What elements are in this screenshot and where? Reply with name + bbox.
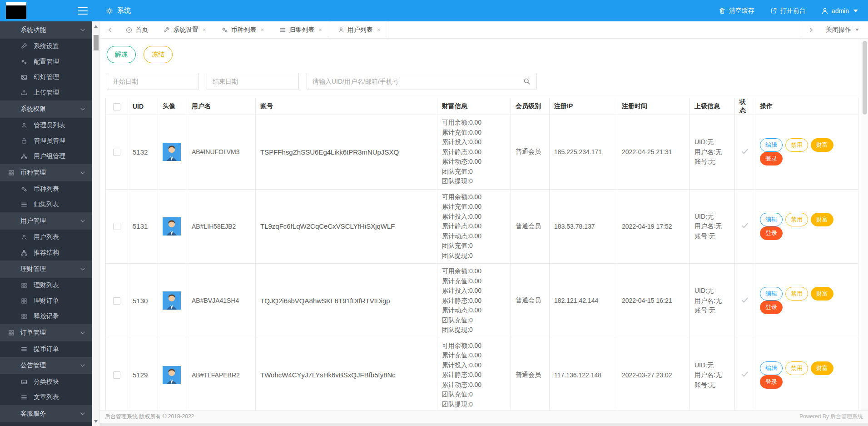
tab[interactable]: 首页 — [118, 21, 156, 38]
sidebar-group[interactable]: 公告管理 — [0, 357, 92, 374]
search-input[interactable] — [307, 73, 537, 90]
sidebar-item[interactable]: 理财列表 — [0, 278, 92, 293]
wealth-button[interactable]: 财富 — [811, 138, 833, 152]
upload-icon — [21, 90, 27, 96]
sidebar-item[interactable]: 币种列表 — [0, 181, 92, 197]
tab[interactable]: 用户列表 × — [330, 21, 389, 38]
row-checkbox[interactable] — [113, 297, 120, 305]
avatar-cell — [158, 338, 187, 410]
toolbar: 解冻 冻结 — [105, 45, 857, 63]
login-button[interactable]: 登录 — [760, 226, 783, 240]
sidebar-item[interactable]: 理财订单 — [0, 293, 92, 309]
chevron-down-icon — [79, 27, 86, 33]
sidebar-item[interactable]: 文章列表 — [0, 390, 92, 405]
sidebar-item[interactable]: 管理员管理 — [0, 133, 92, 149]
close-operations-dropdown[interactable]: 关闭操作 — [819, 21, 868, 38]
column-header: UID — [128, 98, 158, 115]
tab-close-icon[interactable]: × — [261, 27, 264, 33]
start-date-input[interactable] — [107, 73, 199, 90]
sidebar-item[interactable]: 系统设置 — [0, 39, 92, 54]
sidebar-item[interactable]: 释放记录 — [0, 309, 92, 324]
tab-close-icon[interactable]: × — [377, 27, 381, 33]
disable-button[interactable]: 禁用 — [785, 361, 808, 375]
sidebar-item[interactable]: 用户组管理 — [0, 149, 92, 164]
sidebar-group[interactable]: 理财管理 — [0, 261, 92, 278]
tabs-scroll-right-button[interactable] — [801, 21, 819, 38]
tab[interactable]: 系统设置 × — [156, 21, 214, 38]
disable-button[interactable]: 禁用 — [785, 138, 808, 152]
admin-dropdown[interactable]: admin — [821, 7, 858, 15]
content-scrollbar-thumb[interactable] — [863, 41, 867, 115]
scroll-up-arrow-icon[interactable] — [92, 22, 99, 30]
sidebar-item-label: 用户列表 — [34, 233, 59, 241]
edit-button[interactable]: 编辑 — [760, 138, 783, 152]
sidebar-scrollbar-thumb[interactable] — [94, 35, 99, 50]
freeze-button[interactable]: 冻结 — [144, 46, 173, 63]
tabs-scroll-left-button[interactable] — [100, 21, 118, 38]
end-date-input[interactable] — [207, 73, 299, 90]
sidebar-group[interactable]: 系统权限 — [0, 100, 92, 118]
cogs-icon — [222, 27, 228, 33]
login-button[interactable]: 登录 — [760, 301, 783, 314]
sidebar-group-label: 理财管理 — [20, 265, 46, 273]
wealth-cell: 可用余额:0.00 累计充值:0.00 累计投入:0.00 累计静态:0.00 … — [437, 189, 511, 264]
folder-icon — [8, 411, 15, 417]
sidebar-item-label: 配置管理 — [34, 58, 59, 66]
scroll-down-arrow-icon[interactable] — [92, 417, 99, 425]
sidebar-item[interactable]: 推荐结构 — [0, 245, 92, 261]
sidebar-item[interactable]: 上传管理 — [0, 85, 92, 100]
sidebar-item[interactable]: 提币订单 — [0, 341, 92, 357]
select-all-cell — [106, 98, 128, 115]
row-checkbox[interactable] — [113, 223, 120, 230]
tab[interactable]: 归集列表 × — [272, 21, 330, 38]
lock-icon — [21, 138, 27, 144]
avatar — [163, 217, 181, 236]
wealth-button[interactable]: 财富 — [811, 213, 833, 226]
external-link-icon — [770, 7, 777, 15]
user-icon — [21, 122, 27, 129]
sidebar-item[interactable]: 用户列表 — [0, 230, 92, 245]
login-button[interactable]: 登录 — [760, 152, 783, 165]
uid-cell: 5130 — [128, 264, 158, 338]
sidebar-group[interactable]: 客服服务 — [0, 405, 92, 422]
search-button[interactable] — [517, 73, 536, 90]
status-cell — [735, 338, 755, 410]
grid-icon — [21, 313, 27, 320]
sidebar-group-label: 公告管理 — [20, 361, 46, 370]
sidebar-group[interactable]: 币种管理 — [0, 164, 92, 181]
clear-cache-button[interactable]: 清空缓存 — [719, 7, 754, 15]
edit-button[interactable]: 编辑 — [760, 287, 783, 301]
sidebar-group[interactable]: 订单管理 — [0, 324, 92, 341]
login-button[interactable]: 登录 — [760, 375, 783, 389]
row-checkbox[interactable] — [113, 149, 120, 156]
wealth-button[interactable]: 财富 — [811, 361, 833, 375]
wealth-button[interactable]: 财富 — [811, 287, 833, 301]
grid-icon — [21, 282, 27, 289]
actions-cell: 编辑禁用财富登录 — [755, 189, 858, 264]
column-header: 用户名 — [187, 98, 256, 115]
sidebar-toggle-icon[interactable] — [78, 7, 88, 15]
select-all-checkbox[interactable] — [113, 103, 120, 110]
tab-close-icon[interactable]: × — [318, 27, 322, 33]
edit-button[interactable]: 编辑 — [760, 213, 783, 226]
disable-button[interactable]: 禁用 — [785, 213, 808, 226]
page-title-label: 系统 — [117, 6, 131, 15]
open-front-label: 打开前台 — [780, 7, 806, 15]
sidebar-group-label: 系统功能 — [20, 26, 46, 34]
tab[interactable]: 币种列表 × — [214, 21, 272, 38]
sidebar-item[interactable]: 配置管理 — [0, 54, 92, 70]
sidebar-item[interactable]: 管理员列表 — [0, 118, 92, 133]
row-checkbox[interactable] — [113, 371, 120, 379]
open-front-button[interactable]: 打开前台 — [770, 7, 806, 15]
sidebar-item[interactable]: 分类模块 — [0, 374, 92, 390]
sidebar-group[interactable]: 系统功能 — [0, 21, 92, 39]
sidebar-item[interactable]: 归集列表 — [0, 197, 92, 212]
chevron-right-icon — [808, 27, 814, 33]
tab-close-icon[interactable]: × — [203, 27, 206, 33]
sidebar-item[interactable]: 幻灯管理 — [0, 70, 92, 85]
unfreeze-button[interactable]: 解冻 — [107, 46, 136, 63]
edit-button[interactable]: 编辑 — [760, 361, 783, 375]
sidebar-group[interactable]: 用户管理 — [0, 212, 92, 230]
chevron-down-icon — [79, 266, 86, 272]
disable-button[interactable]: 禁用 — [785, 287, 808, 301]
